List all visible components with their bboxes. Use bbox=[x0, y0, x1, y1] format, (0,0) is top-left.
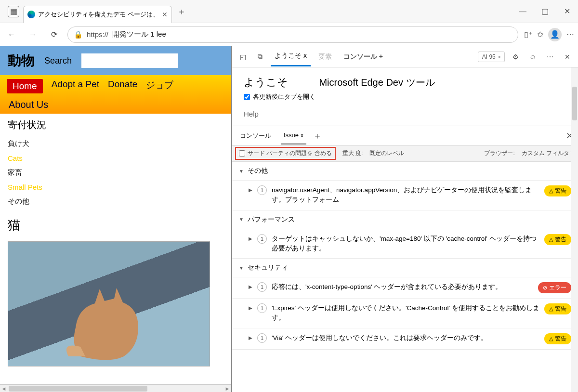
horizontal-scrollbar[interactable]: ◄ ► bbox=[0, 384, 231, 392]
lock-icon: 🔒 bbox=[74, 30, 83, 39]
nav-item[interactable]: Adopt a Pet bbox=[52, 79, 99, 93]
scroll-right-icon[interactable]: ► bbox=[223, 385, 231, 392]
browser-filter-value[interactable]: カスタム フィルタ▼ bbox=[522, 149, 575, 157]
chevron-right-icon[interactable]: ▶ bbox=[249, 305, 252, 311]
open-tab-checkbox-label[interactable]: 各更新後にタブを開く bbox=[244, 92, 566, 101]
welcome-heading: ようこそ bbox=[244, 75, 288, 90]
tab-actions-icon[interactable]: ▦ bbox=[8, 6, 19, 17]
chevron-down-icon[interactable]: ▼ bbox=[239, 217, 244, 222]
issue-row[interactable]: ▶1navigator.userAgent、navigator.appVersi… bbox=[232, 180, 578, 210]
issue-group-header[interactable]: ▼その他 bbox=[232, 162, 578, 180]
reading-mode-icon[interactable]: ▯⁺ bbox=[524, 30, 532, 39]
close-tab-icon[interactable]: ✕ bbox=[162, 11, 168, 18]
severity-label: 重大 度: bbox=[342, 149, 363, 157]
inspect-icon[interactable]: ◰ bbox=[236, 50, 250, 64]
maximize-button[interactable]: ▢ bbox=[534, 0, 556, 23]
pet-list-item[interactable]: その他 bbox=[8, 194, 223, 209]
refresh-button[interactable]: ⟳ bbox=[46, 27, 62, 42]
drawer-tab-issue[interactable]: Issue x bbox=[281, 127, 306, 144]
ai-badge[interactable]: AI 95▫ bbox=[478, 52, 505, 62]
url-prefix: https:// bbox=[87, 30, 108, 39]
drawer-add-tab[interactable]: ＋ bbox=[313, 130, 322, 142]
device-icon[interactable]: ⧉ bbox=[253, 50, 267, 64]
scroll-thumb[interactable] bbox=[9, 386, 147, 392]
devtools-tabs: ◰ ⧉ ようこそ x 要素 コンソール + AI 95▫ ⚙ ☺ ⋯ ✕ bbox=[232, 46, 578, 67]
issue-count: 1 bbox=[257, 303, 267, 313]
tab-elements[interactable]: 要素 bbox=[315, 48, 336, 66]
issues-filter-bar: サード パーティの問題を 含める 重大 度: 既定のレベル ブラウザー: カスタ… bbox=[232, 145, 578, 162]
chevron-right-icon[interactable]: ▶ bbox=[249, 335, 252, 340]
url-text: 開発ツール 1 lee bbox=[112, 30, 166, 39]
drawer-tab-console[interactable]: コンソール bbox=[237, 127, 274, 145]
third-party-checkbox[interactable] bbox=[239, 150, 245, 157]
window-controls: — ▢ ✕ bbox=[512, 0, 578, 23]
nav-item[interactable]: Home bbox=[7, 79, 43, 93]
tab-well: ▦ アクセシビリティを備えたデモ ページは、 ✕ ＋ bbox=[0, 0, 189, 23]
issue-text: 'Expires' ヘッダーは使用しないでください。'Cache-Control… bbox=[272, 303, 539, 323]
settings-icon[interactable]: ⚙ bbox=[509, 50, 522, 64]
tab-title: アクセシビリティを備えたデモ ページは、 bbox=[38, 10, 159, 19]
issue-row[interactable]: ▶1'Via' ヘッダーは使用しないでください。これは要求ヘッダーのみです。△警… bbox=[232, 328, 578, 349]
feedback-icon[interactable]: ☺ bbox=[526, 50, 539, 64]
forward-button: → bbox=[25, 27, 40, 42]
issue-group-name: パフォーマンス bbox=[248, 215, 295, 224]
pet-list-item[interactable]: Small Pets bbox=[8, 180, 223, 194]
pet-list-item[interactable]: 負け犬 bbox=[8, 136, 223, 151]
help-link[interactable]: Help bbox=[244, 110, 566, 118]
devtools-close-icon[interactable]: ✕ bbox=[561, 50, 574, 64]
issue-row[interactable]: ▶1'Expires' ヘッダーは使用しないでください。'Cache-Contr… bbox=[232, 298, 578, 328]
pet-list-item[interactable]: Cats bbox=[8, 151, 223, 165]
page-content: 動物 Search HomeAdopt a PetDonateジョブ About… bbox=[0, 46, 231, 392]
devtools-more-icon[interactable]: ⋯ bbox=[543, 50, 557, 64]
chevron-right-icon[interactable]: ▶ bbox=[249, 236, 252, 241]
issue-group-header[interactable]: ▼パフォーマンス bbox=[232, 210, 578, 229]
nav-item[interactable]: Donate bbox=[108, 79, 137, 93]
severity-badge: △警告 bbox=[544, 234, 571, 245]
main-nav: HomeAdopt a PetDonateジョブ About Us bbox=[0, 75, 231, 114]
severity-badge: ⊘エラー bbox=[538, 282, 571, 293]
minimize-button[interactable]: — bbox=[512, 0, 534, 23]
nav-about[interactable]: About Us bbox=[0, 97, 231, 112]
devtools-vscroll[interactable] bbox=[571, 67, 578, 392]
third-party-filter[interactable]: サード パーティの問題を 含める bbox=[235, 147, 336, 160]
issue-text: 応答には、'x-content-type-options' ヘッダーが含まれてい… bbox=[272, 282, 533, 292]
issue-group-header[interactable]: ▼セキュリティ bbox=[232, 259, 578, 277]
issues-list: ▼その他▶1navigator.userAgent、navigator.appV… bbox=[232, 162, 578, 392]
favorites-icon[interactable]: ✩ bbox=[537, 30, 543, 39]
address-bar[interactable]: 🔒 https:// 開発ツール 1 lee bbox=[67, 26, 518, 43]
issue-count: 1 bbox=[257, 282, 267, 292]
open-tab-checkbox[interactable] bbox=[244, 94, 250, 100]
welcome-panel: ようこそ Microsoft Edge Dev ツール 各更新後にタブを開く H… bbox=[232, 67, 578, 126]
new-tab-button[interactable]: ＋ bbox=[174, 4, 189, 19]
issue-count: 1 bbox=[257, 333, 267, 343]
page-title: 動物 bbox=[8, 52, 35, 70]
pet-list-item[interactable]: 家畜 bbox=[8, 165, 223, 180]
issue-group-name: セキュリティ bbox=[248, 263, 288, 272]
devtools-drawer: コンソール Issue x ＋ ✕ サード パーティの問題を 含める 重大 度:… bbox=[232, 126, 578, 392]
cats-heading: 猫 bbox=[0, 209, 231, 241]
back-button[interactable]: ← bbox=[4, 27, 19, 42]
welcome-subtitle: Microsoft Edge Dev ツール bbox=[319, 77, 434, 88]
section-donation-status: 寄付状況 bbox=[0, 114, 231, 136]
chevron-right-icon[interactable]: ▶ bbox=[249, 187, 252, 193]
chevron-right-icon[interactable]: ▶ bbox=[249, 284, 252, 289]
window-titlebar: ▦ アクセシビリティを備えたデモ ページは、 ✕ ＋ — ▢ ✕ bbox=[0, 0, 578, 23]
nav-item[interactable]: ジョブ bbox=[146, 79, 173, 93]
issue-row[interactable]: ▶1ターゲットはキャッシュしないか、'max-age=180' 以下の 'cac… bbox=[232, 229, 578, 259]
issue-text: 'Via' ヘッダーは使用しないでください。これは要求ヘッダーのみです。 bbox=[272, 333, 539, 343]
more-menu-icon[interactable]: ⋯ bbox=[566, 30, 574, 39]
chevron-down-icon[interactable]: ▼ bbox=[239, 169, 244, 174]
severity-badge: △警告 bbox=[544, 185, 571, 196]
severity-value[interactable]: 既定のレベル bbox=[369, 149, 404, 157]
browser-tab[interactable]: アクセシビリティを備えたデモ ページは、 ✕ bbox=[23, 6, 172, 23]
drawer-tabs: コンソール Issue x ＋ ✕ bbox=[232, 126, 578, 145]
tab-welcome[interactable]: ようこそ x bbox=[271, 47, 311, 66]
scroll-left-icon[interactable]: ◄ bbox=[0, 385, 8, 392]
close-window-button[interactable]: ✕ bbox=[556, 0, 578, 23]
profile-avatar[interactable]: 👤 bbox=[548, 28, 562, 41]
edge-icon bbox=[27, 11, 35, 18]
search-input[interactable] bbox=[81, 53, 178, 68]
chevron-down-icon[interactable]: ▼ bbox=[239, 265, 244, 271]
issue-row[interactable]: ▶1応答には、'x-content-type-options' ヘッダーが含まれ… bbox=[232, 277, 578, 298]
tab-console[interactable]: コンソール + bbox=[340, 48, 387, 66]
